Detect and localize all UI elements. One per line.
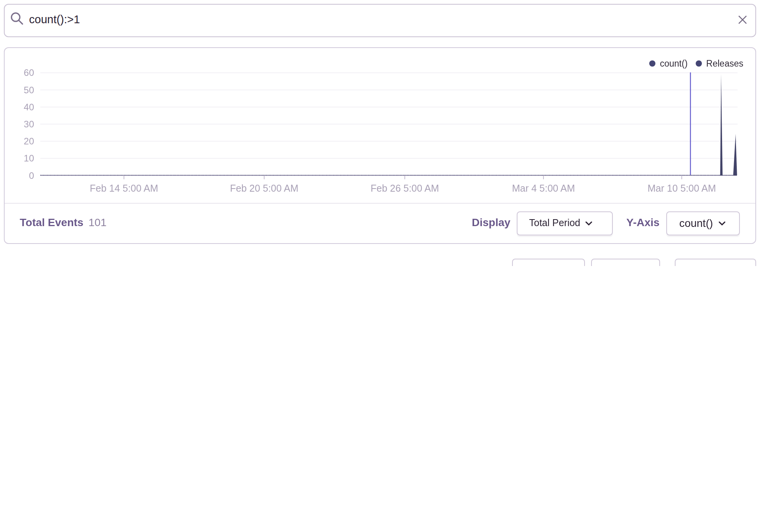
svg-text:30: 30	[24, 119, 34, 129]
svg-text:50: 50	[24, 85, 34, 95]
svg-text:Feb 26 5:00 AM: Feb 26 5:00 AM	[371, 183, 439, 194]
svg-text:Mar 4 5:00 AM: Mar 4 5:00 AM	[512, 183, 575, 194]
svg-text:0: 0	[29, 170, 34, 181]
svg-text:Feb 20 5:00 AM: Feb 20 5:00 AM	[230, 183, 299, 194]
svg-text:Mar 10 5:00 AM: Mar 10 5:00 AM	[648, 183, 716, 194]
svg-text:10: 10	[24, 153, 34, 163]
svg-text:20: 20	[24, 136, 34, 146]
svg-text:Feb 14 5:00 AM: Feb 14 5:00 AM	[90, 183, 158, 194]
svg-text:60: 60	[24, 67, 34, 78]
svg-text:40: 40	[24, 102, 34, 112]
